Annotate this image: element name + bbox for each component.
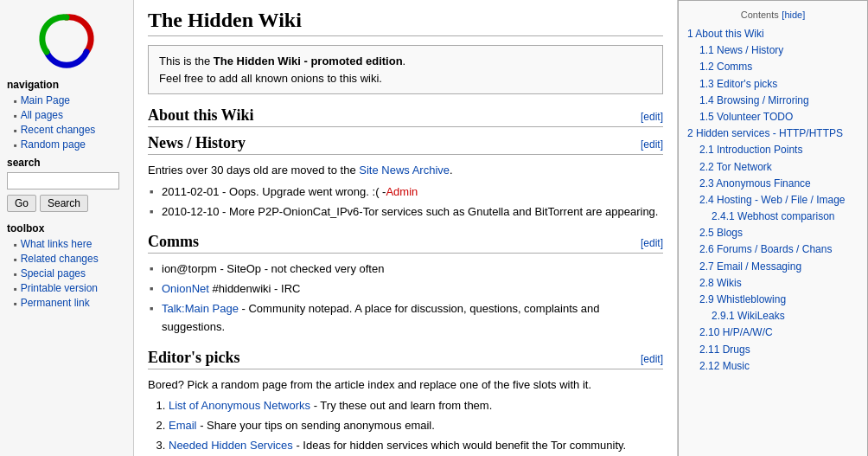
search-label: search [7,157,126,169]
notice-line1: This is the The Hidden Wiki - promoted e… [159,53,652,70]
comms-list: ion@torpm - SiteOp - not checked very of… [148,260,663,336]
editors-pick-0: List of Anonymous Networks - Try these o… [169,397,663,415]
editors-picks-edit-link[interactable]: [edit] [641,353,663,365]
toolbox-section: toolbox What links here Related changes … [0,217,133,310]
toc-item-2-7: 2.7 Email / Messaging [687,259,858,275]
comms-edit-link[interactable]: [edit] [641,237,663,249]
toc-item-2-2: 2.2 Tor Network [687,159,858,176]
toc-item-2-4: 2.4 Hosting - Web / File / Image [687,192,858,209]
nav-item-main-page[interactable]: Main Page [0,93,133,107]
toc-item-2-9: 2.9 Whistleblowing [687,292,858,308]
editors-picks-list: List of Anonymous Networks - Try these o… [148,397,663,454]
navigation-section: navigation Main Page All pages Recent ch… [0,74,133,151]
about-edit-link[interactable]: [edit] [641,111,663,123]
navigation-label: navigation [0,74,133,93]
notice-box: This is the The Hidden Wiki - promoted e… [148,45,663,94]
comms-item-2: Talk:Main Page - Community notepad. A pl… [148,300,663,337]
toolbox-list: What links here Related changes Special … [0,236,133,310]
toc-item-2-6: 2.6 Forums / Boards / Chans [687,241,858,258]
news-title: News / History [148,134,246,152]
editors-pick-1: Email - Share your tips on sending anony… [169,417,663,435]
toc-item-1: 1 About this Wiki [687,26,858,42]
toolbox-label: toolbox [0,217,133,236]
anon-networks-link[interactable]: List of Anonymous Networks [169,399,310,412]
editors-picks-title: Editor's picks [148,349,240,367]
toc-item-2-4-1: 2.4.1 Webhost comparison [687,209,858,225]
onionnet-link[interactable]: OnionNet [162,282,209,295]
search-section: search Go Search [0,151,133,217]
admin-link[interactable]: Admin [386,185,418,198]
toolbox-special-pages[interactable]: Special pages [0,266,133,280]
nav-item-recent-changes[interactable]: Recent changes [0,122,133,137]
news-item-1: 2010-12-10 - More P2P-OnionCat_IPv6-Tor … [148,203,663,222]
news-item-0: 2011-02-01 - Oops. Upgrade went wrong. :… [148,183,663,202]
about-title: About this Wiki [148,106,253,125]
toc-hide[interactable]: [hide] [782,10,805,20]
editors-picks-header: Editor's picks [edit] [148,349,663,369]
news-intro: Entries over 30 days old are moved to th… [148,162,663,180]
toc-item-1-5: 1.5 Volunteer TODO [687,109,858,125]
toc-item-2-9-1: 2.9.1 WikiLeaks [687,308,858,324]
toc-item-1-1: 1.1 News / History [687,42,858,59]
news-section-header: News / History [edit] [148,134,663,155]
search-button[interactable]: Search [40,195,88,212]
talk-main-page-link[interactable]: Talk:Main Page [162,302,239,315]
comms-item-0: ion@torpm - SiteOp - not checked very of… [148,260,663,279]
toc-item-2-12: 2.12 Music [687,358,858,375]
toolbox-related-changes[interactable]: Related changes [0,251,133,266]
go-button[interactable]: Go [7,195,36,212]
nav-list: Main Page All pages Recent changes Rando… [0,93,133,151]
search-input[interactable] [7,172,119,189]
toolbox-permanent-link[interactable]: Permanent link [0,295,133,310]
toc-item-2-8: 2.8 Wikis [687,275,858,292]
comms-title: Comms [148,233,199,251]
toolbox-printable[interactable]: Printable version [0,280,133,295]
nav-item-all-pages[interactable]: All pages [0,107,133,122]
page-title: The Hidden Wiki [148,9,663,36]
toc-item-2-5: 2.5 Blogs [687,225,858,241]
needed-hidden-services-link[interactable]: Needed Hidden Services [169,439,293,452]
toc-item-1-4: 1.4 Browsing / Mirroring [687,93,858,109]
wiki-logo-icon [36,9,97,69]
comms-section-header: Comms [edit] [148,233,663,254]
toc-item-2-10: 2.10 H/P/A/W/C [687,324,858,341]
toc-list: 1 About this Wiki 1.1 News / History 1.2… [687,26,858,375]
toc-item-2-3: 2.3 Anonymous Finance [687,176,858,192]
about-section-header: About this Wiki [edit] [148,106,663,127]
news-list: 2011-02-01 - Oops. Upgrade went wrong. :… [148,183,663,222]
news-archive-link[interactable]: Site News Archive [359,164,450,177]
news-content: Entries over 30 days old are moved to th… [148,162,663,221]
news-item-0-prefix: 2011-02-01 - Oops. Upgrade went wrong. :… [162,185,386,198]
main-content: The Hidden Wiki This is the The Hidden W… [134,0,678,456]
comms-item-1: OnionNet #hiddenwiki - IRC [148,280,663,299]
toc-item-2-1: 2.1 Introduction Points [687,142,858,158]
news-intro-text: Entries over 30 days old are moved to th… [148,164,359,177]
logo [0,4,133,74]
news-edit-link[interactable]: [edit] [641,138,663,151]
email-link[interactable]: Email [169,419,197,432]
toc-item-1-3: 1.3 Editor's picks [687,76,858,93]
editors-picks-intro: Bored? Pick a random page from the artic… [148,376,663,395]
notice-prefix: This is the [159,55,214,67]
comms-content: ion@torpm - SiteOp - not checked very of… [148,260,663,336]
notice-line2: Feel free to add all known onions to thi… [159,70,652,87]
toc-item-1-2: 1.2 Comms [687,59,858,75]
toc-item-2-11: 2.11 Drugs [687,342,858,358]
toc-item-2: 2 Hidden services - HTTP/HTTPS [687,125,858,142]
notice-bold: The Hidden Wiki - promoted edition [214,55,403,67]
toolbox-what-links[interactable]: What links here [0,236,133,251]
editors-pick-2: Needed Hidden Services - Ideas for hidde… [169,437,663,455]
toc-title: Contents [hide] [687,8,858,21]
sidebar: navigation Main Page All pages Recent ch… [0,0,134,456]
table-of-contents: Contents [hide] 1 About this Wiki 1.1 Ne… [678,0,868,456]
nav-item-random-page[interactable]: Random page [0,137,133,151]
editors-picks-content: Bored? Pick a random page from the artic… [148,376,663,455]
